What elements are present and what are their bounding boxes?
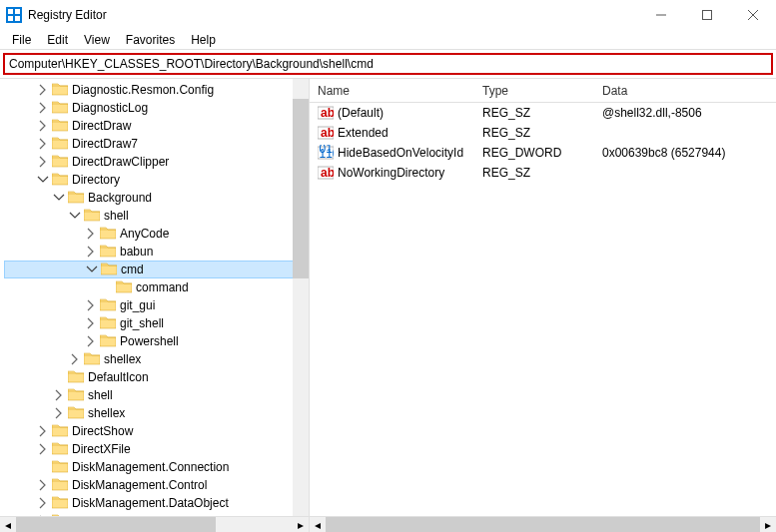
tree-node-label: DefaultIcon — [88, 370, 149, 384]
string-value-icon — [318, 165, 334, 181]
tree-node[interactable]: shellex — [4, 350, 309, 368]
tree-node[interactable]: cmd — [4, 261, 309, 278]
minimize-button[interactable] — [638, 0, 684, 30]
folder-icon — [68, 387, 88, 404]
chevron-down-icon[interactable] — [68, 209, 82, 223]
address-input[interactable] — [9, 57, 767, 71]
tree-node[interactable]: Diagnostic.Resmon.Config — [4, 81, 309, 99]
chevron-right-icon[interactable] — [36, 424, 50, 438]
chevron-right-icon[interactable] — [52, 388, 66, 402]
tree-node[interactable]: Background — [4, 189, 309, 207]
tree-node[interactable]: DiagnosticLog — [4, 99, 309, 117]
column-name[interactable]: Name — [310, 80, 474, 102]
chevron-right-icon[interactable] — [36, 83, 50, 97]
tree-node[interactable]: babun — [4, 243, 309, 261]
tree-node-label: command — [136, 280, 189, 294]
tree-node[interactable]: DefaultIcon — [4, 368, 309, 386]
list-hscrollbar[interactable]: ◂ ▸ — [310, 517, 776, 532]
chevron-right-icon[interactable] — [36, 478, 50, 492]
expander-none — [100, 280, 114, 294]
tree-node[interactable]: DiskManagement.Connection — [4, 458, 309, 476]
chevron-right-icon[interactable] — [52, 406, 66, 420]
column-data[interactable]: Data — [594, 80, 776, 102]
chevron-right-icon[interactable] — [84, 334, 98, 348]
tree-node-label: DirectShow — [72, 424, 133, 438]
chevron-right-icon[interactable] — [36, 119, 50, 133]
tree-node[interactable]: shellex — [4, 404, 309, 422]
tree-node[interactable]: DiskManagement.SnapIn — [4, 512, 309, 516]
chevron-right-icon[interactable] — [84, 227, 98, 241]
tree-pane[interactable]: Diagnostic.Resmon.ConfigDiagnosticLogDir… — [0, 79, 310, 516]
menu-favorites[interactable]: Favorites — [118, 31, 183, 49]
tree-node[interactable]: DirectDraw — [4, 117, 309, 135]
value-data: 0x00639bc8 (6527944) — [594, 144, 776, 162]
tree-node-label: DirectDraw7 — [72, 137, 138, 151]
tree-scrollbar[interactable] — [293, 79, 309, 516]
svg-rect-6 — [703, 11, 712, 20]
values-pane[interactable]: Name Type Data (Default)REG_SZ@shell32.d… — [310, 79, 776, 516]
chevron-right-icon[interactable] — [36, 514, 50, 516]
chevron-right-icon[interactable] — [36, 496, 50, 510]
tree-node[interactable]: DirectDraw7 — [4, 135, 309, 153]
tree-node[interactable]: git_shell — [4, 314, 309, 332]
folder-icon — [52, 100, 72, 117]
menu-view[interactable]: View — [76, 31, 118, 49]
tree-node[interactable]: Directory — [4, 171, 309, 189]
chevron-down-icon[interactable] — [52, 191, 66, 205]
chevron-right-icon[interactable] — [36, 155, 50, 169]
tree-node-label: DirectXFile — [72, 442, 131, 456]
menu-edit[interactable]: Edit — [39, 31, 76, 49]
tree-node-label: DiskManagement.Control — [72, 478, 207, 492]
value-row[interactable]: NoWorkingDirectoryREG_SZ — [310, 163, 776, 183]
tree-node[interactable]: command — [4, 278, 309, 296]
tree-node[interactable]: git_gui — [4, 296, 309, 314]
value-row[interactable]: HideBasedOnVelocityIdREG_DWORD0x00639bc8… — [310, 143, 776, 163]
string-value-icon — [318, 105, 334, 121]
tree-node[interactable]: DirectShow — [4, 422, 309, 440]
tree-node-label: DiskManagement.SnapIn — [72, 514, 207, 516]
chevron-right-icon[interactable] — [84, 298, 98, 312]
folder-icon — [101, 262, 121, 278]
tree-node[interactable]: DiskManagement.Control — [4, 476, 309, 494]
tree-node[interactable]: shell — [4, 386, 309, 404]
tree-node[interactable]: DirectXFile — [4, 440, 309, 458]
maximize-button[interactable] — [684, 0, 730, 30]
chevron-down-icon[interactable] — [36, 173, 50, 187]
chevron-right-icon[interactable] — [84, 245, 98, 259]
tree-node[interactable]: DiskManagement.DataObject — [4, 494, 309, 512]
tree-node-label: DiskManagement.DataObject — [72, 496, 229, 510]
value-type: REG_SZ — [474, 164, 594, 182]
chevron-right-icon[interactable] — [36, 101, 50, 115]
folder-icon — [52, 118, 72, 135]
column-type[interactable]: Type — [474, 80, 594, 102]
chevron-right-icon[interactable] — [36, 442, 50, 456]
svg-rect-4 — [15, 16, 20, 21]
tree-hscrollbar[interactable]: ◂ ▸ — [0, 517, 310, 532]
tree-node[interactable]: Powershell — [4, 332, 309, 350]
value-row[interactable]: (Default)REG_SZ@shell32.dll,-8506 — [310, 103, 776, 123]
tree-node-label: DiskManagement.Connection — [72, 460, 229, 474]
tree-node[interactable]: AnyCode — [4, 225, 309, 243]
value-name: NoWorkingDirectory — [338, 166, 444, 180]
folder-icon — [52, 172, 72, 189]
tree-node[interactable]: shell — [4, 207, 309, 225]
tree-node-label: DirectDrawClipper — [72, 155, 169, 169]
tree-node[interactable]: DirectDrawClipper — [4, 153, 309, 171]
tree-node-label: DiagnosticLog — [72, 101, 148, 115]
folder-icon — [100, 226, 120, 243]
value-name: Extended — [338, 126, 388, 140]
value-row[interactable]: ExtendedREG_SZ — [310, 123, 776, 143]
close-button[interactable] — [730, 0, 776, 30]
menu-help[interactable]: Help — [183, 31, 224, 49]
tree-node-label: cmd — [121, 263, 144, 276]
chevron-down-icon[interactable] — [85, 263, 99, 276]
svg-rect-2 — [15, 9, 20, 14]
folder-icon — [68, 190, 88, 207]
menu-file[interactable]: File — [4, 31, 39, 49]
tree-node-label: Powershell — [120, 334, 179, 348]
chevron-right-icon[interactable] — [84, 316, 98, 330]
chevron-right-icon[interactable] — [68, 352, 82, 366]
chevron-right-icon[interactable] — [36, 137, 50, 151]
value-name: HideBasedOnVelocityId — [338, 146, 463, 160]
tree-node-label: babun — [120, 245, 153, 259]
